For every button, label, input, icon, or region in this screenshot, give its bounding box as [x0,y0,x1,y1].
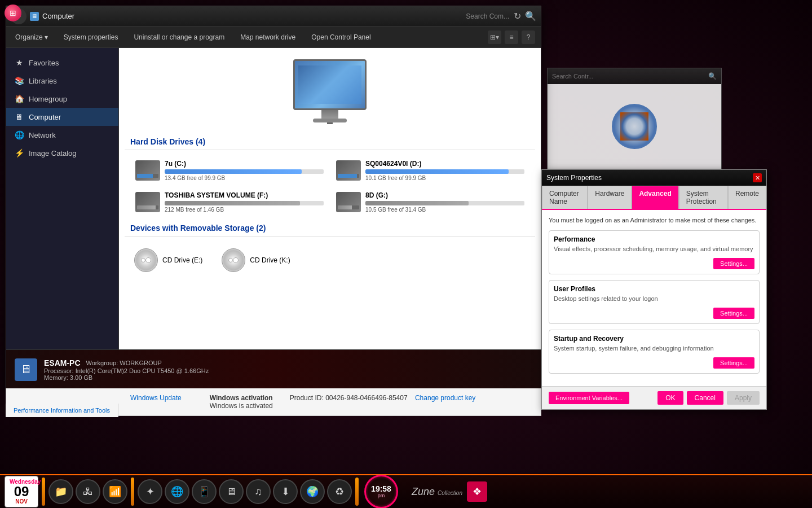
perf-tools-link[interactable]: Performance Information and Tools [14,407,110,414]
taskbar-bluetooth-icon[interactable]: ✦ [138,479,162,504]
control-panel-button[interactable]: Open Control Panel [308,32,374,43]
user-profiles-settings-button[interactable]: Settings... [713,308,754,319]
homegroup-icon: 🏠 [14,94,24,104]
system-properties-window: System Properties ✕ Computer Name Hardwa… [541,169,767,410]
taskbar-recycle-icon[interactable]: ♻ [327,479,352,504]
taskbar-screen-icon[interactable]: 🖥 [219,479,244,504]
taskbar-globe-icon[interactable]: 🌐 [165,479,189,504]
cd-drive-e-item[interactable]: CD Drive (E:) [130,244,206,276]
workgroup-info: Workgroup: WORKGROUP [86,360,162,366]
zune-icon[interactable]: ❖ [467,481,487,502]
windows-activated-value: Windows is activated [210,402,273,410]
tab-advanced[interactable]: Advanced [632,186,678,209]
sidebar-item-libraries[interactable]: 📚 Libraries [6,72,118,90]
drive-f-item[interactable]: TOSHIBA SYSTEM VOLUME (F:) 212 MB free o… [130,187,329,217]
sidebar-item-computer[interactable]: 🖥 Computer [6,108,118,126]
tab-hardware[interactable]: Hardware [588,186,632,209]
startup-recovery-section: Startup and Recovery System startup, sys… [549,330,760,374]
drive-g-name: 8D (G:) [365,191,524,199]
map-drive-button[interactable]: Map network drive [237,32,299,43]
libraries-label: Libraries [29,77,57,85]
taskbar-divider-left [42,478,45,506]
tab-system-protection[interactable]: System Protection [679,186,728,209]
removable-grid: CD Drive (E:) CD Drive (K:) [125,240,535,281]
calendar-widget: Wednesday 09 NOV [5,476,38,507]
taskbar-download-icon[interactable]: ⬇ [273,479,298,504]
tab-computer-name[interactable]: Computer Name [542,186,588,209]
drives-grid: 7u (C:) 13.4 GB free of 99.9 GB SQ004624… [125,154,535,219]
drive-d-info: SQ004624V0I (D:) 10.1 GB free of 99.9 GB [365,160,524,181]
drive-d-space: 10.1 GB free of 99.9 GB [365,175,524,181]
system-properties-button[interactable]: System properties [60,32,122,43]
tab-remote[interactable]: Remote [728,186,766,209]
toolbar: Organize ▾ System properties Uninstall o… [6,27,541,48]
sidebar-item-favorites[interactable]: ★ Favorites [6,54,118,72]
taskbar-network-icon[interactable]: 🖧 [76,479,100,504]
sysprops-cancel-button[interactable]: Cancel [687,391,723,405]
user-profiles-desc: Desktop settings related to your logon [554,295,754,302]
view-help-button[interactable]: ? [522,30,535,44]
sysprops-footer: Environment Variables... OK Cancel Apply [542,386,766,409]
sysprops-close-button[interactable]: ✕ [753,173,762,182]
image-catalog-label: Image Catalog [29,149,77,157]
network-label: Network [29,131,56,139]
hard-drives-link[interactable]: Hard Disk Drives (4) [130,137,205,146]
search-button[interactable]: 🔍 [525,11,536,22]
cd-drive-e-icon [134,248,158,272]
taskbar-folder-icon[interactable]: 📁 [48,479,73,504]
processor-info: Processor: Intel(R) Core(TM)2 Duo CPU T5… [44,367,209,374]
cd-drive-k-name: CD Drive (K:) [250,256,290,264]
sidebar-item-image-catalog[interactable]: ⚡ Image Catalog [6,144,118,162]
drive-d-name: SQ004624V0I (D:) [365,160,524,168]
view-list-button[interactable]: ≡ [505,30,518,44]
sysprops-title-bar: System Properties ✕ [542,170,766,186]
cd-drive-e-name: CD Drive (E:) [162,256,202,264]
taskbar-divider-right [355,478,359,506]
sysprops-tabs: Computer Name Hardware Advanced System P… [542,186,766,210]
environment-variables-button[interactable]: Environment Variables... [549,392,629,404]
windows-update-link[interactable]: Windows Update [130,394,182,410]
drive-f-bar [165,201,300,205]
homegroup-label: Homegroup [29,95,67,103]
sysprops-content: You must be logged on as an Administrato… [542,210,766,386]
startup-recovery-desc: System startup, system failure, and debu… [554,345,754,352]
performance-settings-button[interactable]: Settings... [713,258,754,269]
status-info: ESAM-PC Workgroup: WORKGROUP Processor: … [44,358,209,381]
sysprops-apply-button[interactable]: Apply [727,391,760,405]
cd-drive-k-item[interactable]: CD Drive (K:) [218,244,294,276]
clock-ampm: pm [378,493,385,498]
title-bar: ← 🖥 Computer Search Com... ↻ 🔍 [6,6,541,27]
drive-c-bar [165,169,302,174]
product-id-label: Product ID: [290,394,324,402]
zune-label-text: Zune [412,486,435,497]
view-dropdown-button[interactable]: ⊞▾ [488,30,501,44]
favorites-label: Favorites [29,59,59,67]
drive-f-space: 212 MB free of 1.46 GB [165,207,324,213]
drive-g-item[interactable]: 8D (G:) 10.5 GB free of 31.4 GB [331,187,529,217]
taskbar-media-icon[interactable]: 📱 [192,479,217,504]
taskbar-wifi-icon[interactable]: 📶 [103,479,127,504]
drive-d-item[interactable]: SQ004624V0I (D:) 10.1 GB free of 99.9 GB [331,156,529,185]
removable-link[interactable]: Devices with Removable Storage (2) [130,224,266,233]
product-id-value: 00426-948-0466496-85407 [325,394,407,402]
uninstall-button[interactable]: Uninstall or change a program [130,32,228,43]
startup-recovery-settings-button[interactable]: Settings... [713,357,754,369]
organize-dropdown[interactable]: Organize ▾ [12,32,51,43]
drive-g-bar [365,201,469,205]
cd-drive-k-icon [222,248,245,272]
taskbar-browser-icon[interactable]: 🌍 [300,479,325,504]
change-product-key-link[interactable]: Change product key [415,394,475,402]
refresh-button[interactable]: ↻ [511,11,523,22]
sidebar-item-network[interactable]: 🌐 Network [6,126,118,144]
zune-collection-label: Collection [438,490,462,496]
sysprops-ok-button[interactable]: OK [657,391,683,405]
search-label: Search Com... [466,12,509,20]
taskbar-music-icon[interactable]: ♫ [246,479,271,504]
sidebar-item-homegroup[interactable]: 🏠 Homegroup [6,90,118,108]
drive-c-item[interactable]: 7u (C:) 13.4 GB free of 99.9 GB [130,156,329,185]
main-area: ★ Favorites 📚 Libraries 🏠 Homegroup 🖥 Co… [6,48,541,349]
clock-time: 19:58 [371,485,391,493]
windows-orb[interactable]: ⊞ [5,5,21,21]
calendar-month: NOV [10,498,33,505]
drive-f-info: TOSHIBA SYSTEM VOLUME (F:) 212 MB free o… [165,191,324,213]
